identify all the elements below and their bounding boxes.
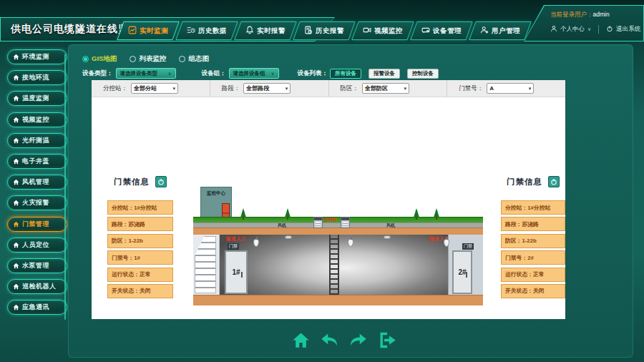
user-icon xyxy=(480,24,489,37)
feed-room-label: 投料室 xyxy=(322,217,339,223)
profile-link[interactable]: 个人中心 xyxy=(560,25,585,34)
home-icon xyxy=(13,117,19,123)
info-row: 门禁号：2# xyxy=(501,250,565,265)
home-icon xyxy=(13,263,19,269)
filter-door-number: 门禁号： A xyxy=(447,80,565,97)
home-icon xyxy=(13,304,19,310)
defense-zone-select[interactable]: 全部防区 xyxy=(362,83,409,94)
door-number-select[interactable]: A xyxy=(487,83,534,94)
info-row: 开关状态：关闭 xyxy=(107,284,173,298)
device-group-dropdown[interactable]: 请选择设备组 xyxy=(229,68,279,79)
sidebar-item-manhole[interactable]: 电子井盖 xyxy=(7,154,67,169)
username: admin xyxy=(593,11,610,18)
sidebar-item-fiber-temp[interactable]: 光纤测温 xyxy=(7,133,67,148)
all-devices-button[interactable]: 所有设备 xyxy=(330,69,361,79)
door-power-button[interactable] xyxy=(548,176,560,187)
info-row: 路段：苏浇路 xyxy=(501,217,565,231)
door-tag-right: 门禁 xyxy=(462,243,474,250)
sidebar-item-personnel[interactable]: 人员定位 xyxy=(7,238,67,253)
home-icon xyxy=(13,221,19,228)
main-tabs: 实时监测 历史数据 实时报警 历史报警 xyxy=(120,21,528,40)
tab-history-data[interactable]: 历史数据 xyxy=(175,21,238,40)
ceiling-light xyxy=(285,235,292,239)
info-row: 分控站：1#分控站 xyxy=(501,200,565,215)
radio-icon xyxy=(82,56,89,62)
home-icon xyxy=(13,74,19,81)
tab-user-management[interactable]: 用户管理 xyxy=(469,21,531,40)
access-info-panel-left: 门禁信息 分控站：1#分控站 路段：苏浇路 防区：1-22b 门禁号：1# 运行… xyxy=(107,175,173,300)
home-icon xyxy=(13,54,19,60)
filter-defense-zone: 防区： 全部防区 xyxy=(329,80,448,97)
radio-list-monitor[interactable]: 列表监控 xyxy=(130,54,166,64)
redo-button[interactable] xyxy=(348,331,368,350)
substation-select[interactable]: 全部分站 xyxy=(131,83,178,94)
door-power-button[interactable] xyxy=(155,176,167,187)
filter-bar: 分控站： 全部分站 路段： 全部路段 防区： 全部防区 门禁号： A xyxy=(92,80,565,97)
tab-device-management[interactable]: 设备管理 xyxy=(410,21,472,40)
device-toolbar: 设备类型： 请选择设备类型 设备组： 请选择设备组 设备列表： 所有设备 报警设… xyxy=(82,68,439,79)
logout-link[interactable]: 退出系统 xyxy=(616,25,640,34)
tab-realtime-alarm[interactable]: 实时报警 xyxy=(234,21,296,40)
exit-button[interactable] xyxy=(377,331,396,350)
info-row: 分控站：1#分控站 xyxy=(107,200,173,215)
home-icon xyxy=(13,95,19,102)
stairs xyxy=(195,236,216,293)
info-row: 开关状态：关闭 xyxy=(501,284,565,298)
tree-icon xyxy=(414,208,419,217)
bottom-nav xyxy=(291,331,396,350)
tunnel-left-wall xyxy=(193,235,220,295)
info-row: 运行状态：正常 xyxy=(501,268,565,282)
tunnel-floor xyxy=(193,295,483,305)
main-content: GIS地图 列表监控 组态图 设备类型： 请选择设备类型 设备组： 请选择设备组… xyxy=(68,44,633,358)
device-type-dropdown[interactable]: 请选择设备类型 xyxy=(116,68,176,79)
info-row: 路段：苏浇路 xyxy=(107,217,173,231)
tab-realtime-monitor[interactable]: 实时监测 xyxy=(117,21,179,40)
ceiling-light xyxy=(384,235,391,239)
access-door-1[interactable]: 1# xyxy=(225,250,248,294)
tree-icon xyxy=(434,208,439,217)
divider xyxy=(598,25,599,34)
tab-history-alarm[interactable]: 历史报警 xyxy=(293,21,355,40)
power-icon xyxy=(606,25,613,34)
tab-video-monitor[interactable]: 视频监控 xyxy=(351,21,414,40)
radio-icon xyxy=(130,56,136,62)
header: 供电公司电缆隧道在线监测系统 实时监测 历史数据 实时报警 xyxy=(0,0,644,43)
home-button[interactable] xyxy=(291,331,311,350)
door-tag-left: 门禁 xyxy=(228,243,239,250)
sidebar-item-video[interactable]: 视频监控 xyxy=(7,112,67,127)
sidebar-item-robot[interactable]: 巡检机器人 xyxy=(7,279,67,294)
radio-gis-map[interactable]: GIS地图 xyxy=(82,54,117,64)
access-door-2[interactable]: 2# xyxy=(452,250,472,294)
control-devices-button[interactable]: 控制设备 xyxy=(407,69,439,79)
tunnel-entrance-label-left: 隧道入口 xyxy=(226,236,246,243)
realtime-chart-icon xyxy=(128,24,137,37)
alarm-devices-button[interactable]: 报警设备 xyxy=(369,69,400,79)
info-row: 运行状态：正常 xyxy=(107,268,173,282)
tunnel-ceiling xyxy=(193,228,483,235)
radio-scada-view[interactable]: 组态图 xyxy=(179,54,209,64)
sidebar-item-emergency[interactable]: 应急通讯 xyxy=(7,300,67,315)
map-area: 分控站： 全部分站 路段： 全部路段 防区： 全部防区 门禁号： A xyxy=(92,80,565,319)
home-icon xyxy=(13,137,19,144)
panel-title: 门禁信息 xyxy=(114,177,150,187)
sidebar-item-fan[interactable]: 风机管理 xyxy=(7,175,67,190)
ladder xyxy=(329,235,339,295)
undo-button[interactable] xyxy=(320,331,339,350)
home-icon xyxy=(13,283,19,290)
monitor-canvas: 门禁信息 分控站：1#分控站 路段：苏浇路 防区：1-22b 门禁号：1# 运行… xyxy=(92,97,565,318)
sidebar-item-access-control[interactable]: 门禁管理 xyxy=(7,217,67,232)
road-section-select[interactable]: 全部路段 xyxy=(243,83,291,94)
info-row: 防区：1-22b xyxy=(501,234,565,248)
sidebar-scrollbar[interactable] xyxy=(64,54,66,320)
sidebar-item-pump[interactable]: 水泵管理 xyxy=(7,258,67,273)
sidebar-item-temperature[interactable]: 温度监测 xyxy=(7,91,67,106)
filter-road-section: 路段： 全部路段 xyxy=(210,80,329,97)
sidebar-item-ground-current[interactable]: 接地环流 xyxy=(7,70,67,85)
sidebar-item-environment[interactable]: 环境监测 xyxy=(7,49,67,64)
filter-substation: 分控站： 全部分站 xyxy=(92,80,210,97)
hatch-right xyxy=(341,217,350,228)
sidebar-item-fire-alarm[interactable]: 火灾报警 xyxy=(7,195,67,210)
home-icon xyxy=(13,200,19,206)
device-icon xyxy=(421,24,430,37)
history-alarm-icon xyxy=(304,24,313,37)
